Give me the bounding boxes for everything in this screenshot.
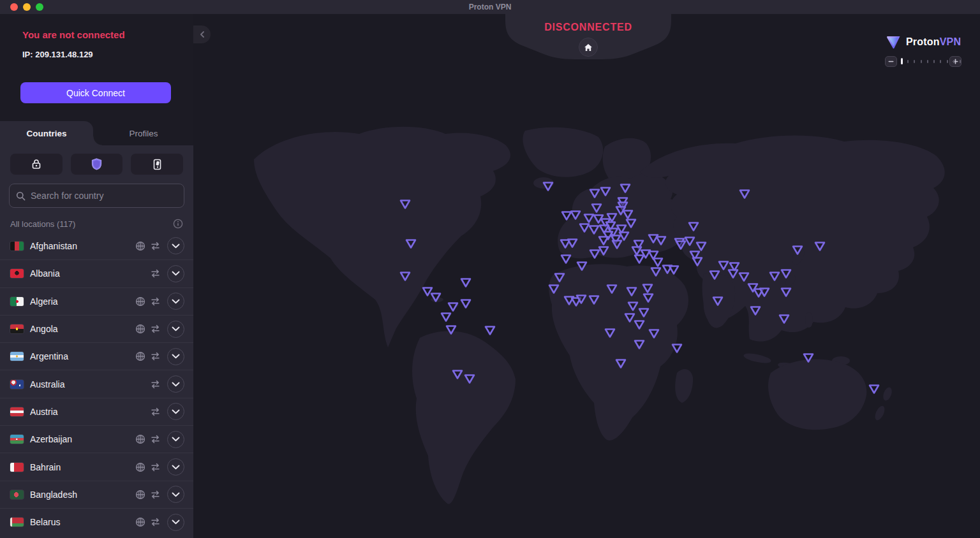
server-location-marker[interactable]	[449, 303, 457, 311]
zoom-slider-thumb[interactable]	[901, 58, 903, 64]
lock-icon	[31, 159, 41, 170]
server-location-marker[interactable]	[561, 256, 570, 263]
p2p-arrows-icon	[150, 518, 161, 527]
country-flag-icon	[10, 518, 24, 527]
country-name: Angola	[30, 324, 135, 334]
expand-country-button[interactable]	[167, 265, 184, 282]
secure-core-button[interactable]	[10, 154, 63, 175]
switch-icon	[152, 159, 162, 170]
ip-address: IP: 209.131.48.129	[22, 50, 93, 59]
tab-countries[interactable]: Countries	[0, 121, 93, 145]
expand-country-button[interactable]	[167, 348, 184, 365]
server-location-marker[interactable]	[669, 266, 678, 274]
map-zoom-control	[885, 55, 961, 67]
chevron-left-icon	[200, 31, 205, 38]
smart-routing-globe-icon	[135, 351, 145, 361]
server-location-marker[interactable]	[672, 345, 681, 353]
tab-profiles[interactable]: Profiles	[102, 121, 185, 145]
server-location-marker[interactable]	[486, 327, 494, 335]
expand-country-button[interactable]	[167, 431, 184, 448]
chevron-down-icon	[172, 409, 180, 414]
expand-country-button[interactable]	[167, 403, 184, 420]
server-location-marker[interactable]	[562, 212, 571, 220]
country-row-argentina[interactable]: Argentina	[0, 342, 193, 370]
titlebar: Proton VPN	[0, 0, 980, 14]
expand-country-button[interactable]	[167, 321, 184, 338]
netshield-button[interactable]	[71, 154, 123, 175]
country-flag-icon	[10, 463, 24, 472]
sidebar-panel: All locations (117) AfghanistanAlbaniaAl…	[0, 145, 193, 538]
server-location-marker[interactable]	[461, 300, 470, 308]
kill-switch-button[interactable]	[131, 154, 183, 175]
map-home-button[interactable]	[579, 38, 598, 57]
search-icon	[16, 191, 26, 201]
smart-routing-globe-icon	[135, 517, 145, 527]
country-row-bangladesh[interactable]: Bangladesh	[0, 481, 193, 508]
country-row-azerbaijan[interactable]: Azerbaijan	[0, 425, 193, 453]
expand-country-button[interactable]	[167, 486, 184, 503]
country-row-australia[interactable]: Australia	[0, 370, 193, 397]
p2p-arrows-icon	[150, 324, 161, 333]
server-location-marker[interactable]	[870, 386, 879, 393]
world-map	[193, 0, 980, 538]
country-name: Albania	[30, 268, 150, 279]
country-row-algeria[interactable]: Algeria	[0, 287, 193, 315]
minimize-window-button[interactable]	[23, 3, 31, 11]
zoom-slider-tick	[914, 60, 915, 63]
expand-country-button[interactable]	[167, 514, 184, 531]
search-input[interactable]	[31, 191, 177, 201]
p2p-arrows-icon	[150, 269, 161, 278]
server-location-marker[interactable]	[423, 288, 432, 296]
country-flag-icon	[10, 435, 24, 444]
close-window-button[interactable]	[10, 3, 18, 11]
country-name: Belarus	[30, 517, 135, 527]
home-icon	[584, 43, 593, 52]
zoom-slider-tick	[947, 60, 948, 63]
all-locations-header: All locations (117)	[10, 217, 183, 231]
country-row-angola[interactable]: Angola	[0, 315, 193, 342]
expand-country-button[interactable]	[167, 237, 184, 254]
zoom-slider-tick	[927, 60, 928, 63]
smart-routing-globe-icon	[135, 296, 145, 307]
chevron-down-icon	[172, 492, 180, 497]
country-row-austria[interactable]: Austria	[0, 398, 193, 425]
smart-routing-globe-icon	[135, 490, 145, 500]
country-row-bahrain[interactable]: Bahrain	[0, 453, 193, 480]
p2p-arrows-icon	[150, 463, 161, 472]
country-row-afghanistan[interactable]: Afghanistan	[0, 232, 193, 259]
info-icon[interactable]	[173, 219, 183, 229]
search-box	[9, 184, 184, 208]
chevron-down-icon	[172, 437, 180, 442]
country-flag-icon	[10, 490, 24, 499]
feature-buttons	[10, 154, 183, 175]
chevron-down-icon	[172, 520, 180, 525]
country-name: Afghanistan	[30, 241, 135, 251]
country-flag-icon	[10, 242, 24, 251]
p2p-arrows-icon	[150, 490, 161, 499]
country-row-belarus[interactable]: Belarus	[0, 508, 193, 535]
collapse-sidebar-button[interactable]	[193, 25, 211, 43]
country-flag-icon	[10, 324, 24, 333]
zoom-slider[interactable]	[901, 57, 946, 65]
server-location-marker[interactable]	[635, 256, 644, 263]
country-flag-icon	[10, 352, 24, 361]
quick-connect-button[interactable]: Quick Connect	[20, 82, 171, 103]
protonvpn-logo-icon	[886, 34, 902, 50]
p2p-arrows-icon	[150, 352, 161, 361]
maximize-window-button[interactable]	[36, 3, 43, 11]
server-location-marker[interactable]	[461, 279, 470, 287]
expand-country-button[interactable]	[167, 458, 184, 476]
country-flag-icon	[10, 380, 24, 389]
expand-country-button[interactable]	[167, 293, 184, 310]
server-location-marker[interactable]	[442, 314, 450, 321]
country-name: Argentina	[30, 351, 135, 361]
smart-routing-globe-icon	[135, 241, 145, 251]
country-row-albania[interactable]: Albania	[0, 259, 193, 287]
zoom-slider-tick	[940, 60, 941, 63]
not-connected-message: You are not connected	[22, 29, 125, 40]
server-location-marker[interactable]	[653, 259, 662, 266]
country-name: Australia	[30, 379, 150, 389]
zoom-out-button[interactable]	[885, 56, 897, 67]
server-location-marker[interactable]	[544, 183, 553, 191]
expand-country-button[interactable]	[167, 375, 184, 393]
